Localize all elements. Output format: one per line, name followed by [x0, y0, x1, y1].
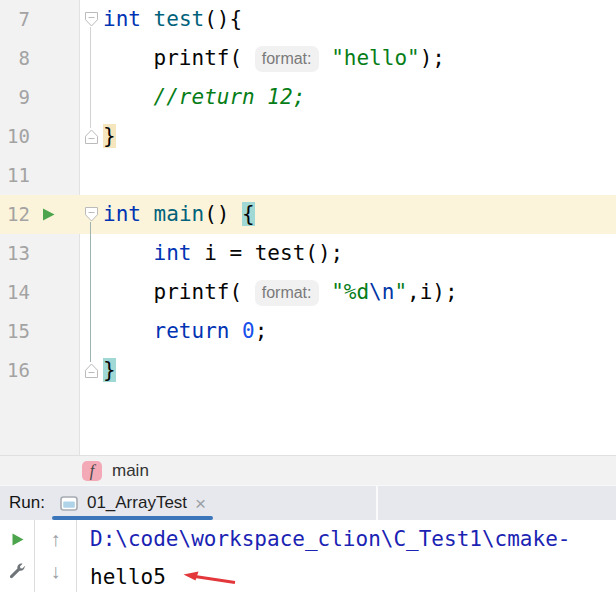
inlay-hint: format:: [255, 280, 319, 306]
console-text: D:\code\workspace_clion\C_Test1\cmake-: [90, 527, 570, 551]
line-number[interactable]: 12: [0, 195, 30, 234]
gutter-run-slot: [30, 0, 66, 39]
code-text[interactable]: printf( format: "hello");: [103, 39, 616, 78]
console-toolbar-left: [0, 520, 35, 592]
code-line[interactable]: 11: [0, 156, 616, 195]
code-token: int: [103, 202, 141, 226]
code-line[interactable]: 8 printf( format: "hello");: [0, 39, 616, 78]
line-number[interactable]: 14: [0, 273, 30, 312]
code-text[interactable]: //return 12;: [103, 78, 616, 117]
code-token: i = test();: [192, 241, 344, 265]
tab-close-icon[interactable]: ×: [195, 494, 206, 513]
up-arrow-button[interactable]: ↑: [46, 529, 66, 549]
play-icon: [10, 532, 25, 547]
run-toolwindow-label: Run:: [9, 493, 45, 513]
code-line[interactable]: 12int main() {: [0, 195, 616, 234]
code-text[interactable]: }: [103, 117, 616, 156]
code-line[interactable]: 9 //return 12;: [0, 78, 616, 117]
fold-slot: [80, 39, 103, 78]
code-token: [319, 46, 332, 70]
function-icon: f: [82, 461, 102, 481]
code-text[interactable]: int i = test();: [103, 234, 616, 273]
line-number[interactable]: 13: [0, 234, 30, 273]
code-text[interactable]: printf( format: "%d\n",i);: [103, 273, 616, 312]
line-number[interactable]: 7: [0, 0, 30, 39]
code-token: [319, 280, 332, 304]
code-text[interactable]: int test(){: [103, 0, 616, 39]
gutter-gap: [66, 234, 80, 273]
fold-slot: [80, 156, 103, 195]
gutter-run-slot: [30, 234, 66, 273]
fold-down-icon[interactable]: [80, 0, 103, 39]
line-number[interactable]: 15: [0, 312, 30, 351]
down-arrow-button[interactable]: ↓: [46, 561, 66, 581]
run-console: ↑ ↓ D:\code\workspace_clion\C_Test1\cmak…: [0, 520, 616, 592]
code-line[interactable]: 13 int i = test();: [0, 234, 616, 273]
code-text[interactable]: [103, 156, 616, 195]
code-token: main: [154, 202, 205, 226]
code-token: }: [103, 358, 116, 382]
fold-up-icon[interactable]: [80, 117, 103, 156]
gutter-gap: [66, 351, 80, 390]
code-token: (): [204, 202, 242, 226]
edit-configuration-button[interactable]: [7, 561, 27, 581]
gutter-run-slot: [30, 117, 66, 156]
code-token: ;: [255, 319, 268, 343]
up-arrow-icon: ↑: [51, 529, 61, 549]
code-token: }: [103, 124, 116, 148]
line-number[interactable]: 10: [0, 117, 30, 156]
code-text[interactable]: int main() {: [103, 195, 616, 234]
line-number[interactable]: 16: [0, 351, 30, 390]
code-token: ,i);: [407, 280, 458, 304]
code-token: (){: [204, 7, 242, 31]
fold-slot: [80, 273, 103, 312]
inlay-hint: format:: [255, 46, 319, 72]
code-text[interactable]: }: [103, 351, 616, 390]
run-line-button[interactable]: [30, 195, 66, 234]
code-line[interactable]: 16}: [0, 351, 616, 390]
panel-divider: [376, 486, 378, 520]
fold-up-icon[interactable]: [80, 351, 103, 390]
code-editor[interactable]: 7int test(){8 printf( format: "hello");9…: [0, 0, 616, 455]
gutter-gap: [66, 39, 80, 78]
code-line[interactable]: 10}: [0, 117, 616, 156]
console-text: hello5: [90, 565, 166, 589]
code-token: [103, 85, 154, 109]
code-token: [141, 7, 154, 31]
gutter-gap: [66, 0, 80, 39]
code-token: );: [420, 46, 445, 70]
gutter-gap: [66, 156, 80, 195]
fold-region-guide-active: [90, 222, 91, 362]
code-token: [229, 319, 242, 343]
fold-slot: [80, 234, 103, 273]
code-token: [141, 202, 154, 226]
rerun-button[interactable]: [7, 529, 27, 549]
clion-window: 7int test(){8 printf( format: "hello");9…: [0, 0, 616, 592]
gutter-gap: [66, 117, 80, 156]
code-text[interactable]: return 0;: [103, 312, 616, 351]
code-line[interactable]: 15 return 0;: [0, 312, 616, 351]
line-number[interactable]: 9: [0, 78, 30, 117]
breadcrumb-item-main[interactable]: main: [112, 461, 149, 481]
code-token: 0: [242, 319, 255, 343]
fold-slot: [80, 312, 103, 351]
gutter-run-slot: [30, 273, 66, 312]
gutter-gap: [66, 78, 80, 117]
gutter-run-slot: [30, 78, 66, 117]
wrench-icon: [8, 562, 26, 580]
code-token: {: [242, 202, 255, 226]
fold-down-icon[interactable]: [80, 195, 103, 234]
code-line[interactable]: 14 printf( format: "%d\n",i);: [0, 273, 616, 312]
fold-region-guide: [90, 27, 91, 128]
line-number[interactable]: 11: [0, 156, 30, 195]
code-token: [103, 319, 154, 343]
red-arrow-annotation: [182, 571, 238, 585]
tab-run-config[interactable]: 01_ArrayTest ×: [52, 486, 213, 520]
breadcrumb: f main: [0, 455, 616, 485]
code-token: printf(: [103, 46, 255, 70]
line-number[interactable]: 8: [0, 39, 30, 78]
code-token: return: [154, 319, 230, 343]
code-token: test: [154, 7, 205, 31]
code-token: [103, 241, 154, 265]
code-line[interactable]: 7int test(){: [0, 0, 616, 39]
